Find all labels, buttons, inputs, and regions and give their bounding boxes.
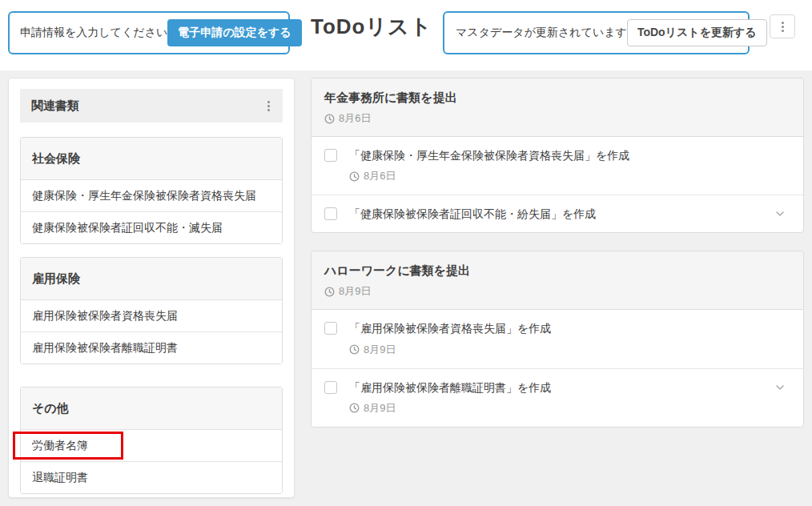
- application-info-alert: 申請情報を入力してください 電子申請の設定をする: [8, 11, 290, 54]
- due-date: 8月6日: [339, 111, 371, 126]
- task-row: 「健康保険被保険者証回収不能・紛失届」を作成: [312, 195, 803, 232]
- chevron-down-icon: [774, 382, 786, 393]
- doc-link-label: 退職証明書: [32, 471, 88, 485]
- clock-icon: [324, 287, 335, 297]
- task-checkbox[interactable]: [324, 381, 337, 394]
- task-checkbox[interactable]: [324, 322, 337, 335]
- due-date: 8月9日: [364, 343, 396, 357]
- task-row: 「雇用保険被保険者離職証明書」を作成 8月9日: [312, 368, 803, 427]
- doc-section-title: 社会保険: [21, 138, 282, 179]
- todo-group-header: ハローワークに書類を提出 8月9日: [312, 251, 803, 310]
- related-documents-header: 関連書類: [20, 89, 283, 122]
- due-date: 8月9日: [339, 284, 371, 299]
- todo-group-pension-office: 年金事務所に書類を提出 8月6日 「健康保険・厚生年金保険被保険者資格喪失届」を…: [311, 78, 804, 233]
- refresh-todo-list-button[interactable]: ToDoリストを更新する: [627, 19, 767, 46]
- doc-link[interactable]: 雇用保険被保険者資格喪失届: [21, 299, 282, 331]
- chevron-down-icon: [774, 208, 786, 219]
- todo-group-due: 8月9日: [324, 284, 790, 299]
- todo-group-title: 年金事務所に書類を提出: [324, 90, 790, 106]
- task-label: 「健康保険・厚生年金保険被保険者資格喪失届」を作成: [349, 148, 629, 163]
- todo-group-title: ハローワークに書類を提出: [324, 263, 790, 279]
- doc-link[interactable]: 退職証明書: [21, 461, 282, 493]
- master-data-alert: マスタデータが更新されています ToDoリストを更新する: [443, 11, 750, 54]
- related-documents-title: 関連書類: [31, 98, 79, 114]
- task-due: 8月9日: [349, 343, 551, 357]
- kebab-icon: [267, 101, 270, 111]
- task-row: 「健康保険・厚生年金保険被保険者資格喪失届」を作成 8月6日: [312, 137, 803, 195]
- task-label: 「雇用保険被保険者資格喪失届」を作成: [349, 321, 551, 335]
- page-menu-button[interactable]: [770, 14, 795, 38]
- task-due: 8月6日: [349, 169, 629, 183]
- clock-icon: [349, 171, 360, 182]
- master-data-message: マスタデータが更新されています: [456, 26, 627, 40]
- doc-link-worker-roster[interactable]: 労働者名簿: [21, 429, 282, 461]
- doc-section-social-insurance: 社会保険 健康保険・厚生年金保険被保険者資格喪失届 健康保険被保険者証回収不能・…: [20, 137, 283, 244]
- task-label: 「雇用保険被保険者離職証明書」を作成: [349, 380, 551, 395]
- task-checkbox[interactable]: [324, 149, 337, 162]
- doc-link-label: 健康保険被保険者証回収不能・滅失届: [32, 221, 223, 235]
- due-date: 8月9日: [364, 401, 396, 416]
- doc-link[interactable]: 健康保険・厚生年金保険被保険者資格喪失届: [21, 179, 282, 211]
- doc-link[interactable]: 雇用保険被保険者離職証明書: [21, 331, 282, 363]
- doc-section-other: その他 労働者名簿 退職証明書: [20, 387, 283, 494]
- todo-group-header: 年金事務所に書類を提出 8月6日: [312, 78, 803, 137]
- related-documents-menu-button[interactable]: [263, 98, 275, 114]
- doc-section-title: 雇用保険: [21, 258, 282, 299]
- clock-icon: [349, 403, 360, 413]
- doc-section-title: その他: [21, 388, 282, 429]
- todo-list: 年金事務所に書類を提出 8月6日 「健康保険・厚生年金保険被保険者資格喪失届」を…: [311, 78, 804, 445]
- page: 申請情報を入力してください 電子申請の設定をする ToDoリスト マスタデータが…: [0, 0, 812, 506]
- doc-section-employment-insurance: 雇用保険 雇用保険被保険者資格喪失届 雇用保険被保険者離職証明書: [20, 257, 283, 364]
- application-info-message: 申請情報を入力してください: [20, 26, 167, 40]
- clock-icon: [349, 344, 360, 355]
- due-date: 8月6日: [364, 169, 396, 183]
- page-title: ToDoリスト: [311, 13, 432, 41]
- kebab-icon: [782, 22, 784, 32]
- doc-link-label: 労働者名簿: [32, 439, 88, 453]
- e-application-settings-button[interactable]: 電子申請の設定をする: [167, 19, 301, 46]
- doc-link-label: 雇用保険被保険者離職証明書: [32, 341, 178, 355]
- task-label: 「健康保険被保険者証回収不能・紛失届」を作成: [349, 207, 596, 221]
- related-documents-panel: 関連書類 社会保険 健康保険・厚生年金保険被保険者資格喪失届 健康保険被保険者証…: [8, 78, 295, 498]
- todo-group-hello-work: ハローワークに書類を提出 8月9日 「雇用保険被保険者資格喪失届」を作成 8月9…: [311, 251, 804, 427]
- doc-link-label: 雇用保険被保険者資格喪失届: [32, 309, 178, 323]
- task-row: 「雇用保険被保険者資格喪失届」を作成 8月9日: [312, 310, 803, 367]
- task-checkbox[interactable]: [324, 207, 337, 220]
- clock-icon: [324, 114, 335, 124]
- doc-link[interactable]: 健康保険被保険者証回収不能・滅失届: [21, 211, 282, 243]
- doc-link-label: 健康保険・厚生年金保険被保険者資格喪失届: [32, 189, 256, 203]
- expand-task-button[interactable]: [773, 207, 787, 223]
- expand-task-button[interactable]: [773, 380, 787, 397]
- task-due: 8月9日: [349, 401, 551, 416]
- todo-group-due: 8月6日: [324, 111, 790, 126]
